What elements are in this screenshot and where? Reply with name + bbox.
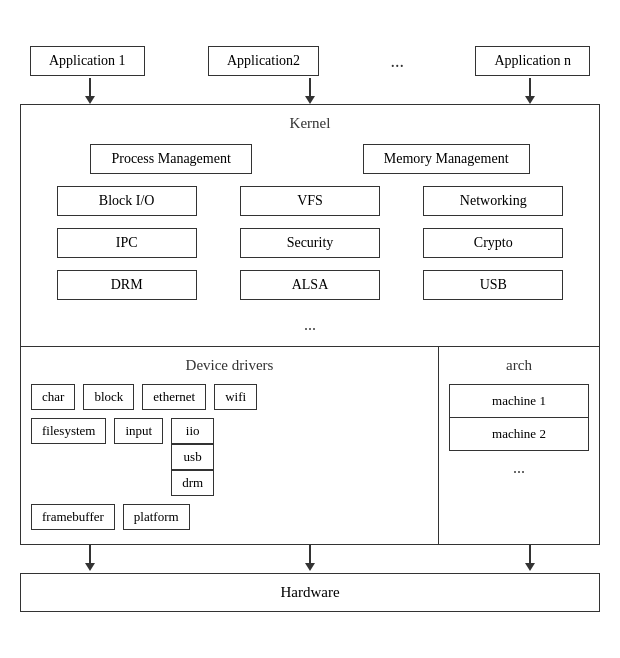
arrow-line-b2 (309, 545, 311, 563)
arrow-head-b2 (305, 563, 315, 571)
bottom-arrows (20, 545, 600, 571)
kernel-title: Kernel (35, 115, 585, 132)
app1-box: Application 1 (30, 46, 145, 76)
device-drivers-grid: char block ethernet wifi filesystem inpu… (31, 384, 428, 530)
middle-row: Device drivers char block ethernet wifi … (20, 347, 600, 545)
dd-row-2: filesystem input iio usb drm (31, 418, 428, 496)
arrow-appn (525, 78, 535, 104)
arch-stacked: machine 1 machine 2 (449, 384, 589, 451)
arrow-head-2 (305, 96, 315, 104)
device-drivers-title: Device drivers (31, 357, 428, 374)
usb-dd-box: usb (171, 444, 214, 470)
arrow-head-b3 (525, 563, 535, 571)
arrow-head-b1 (85, 563, 95, 571)
kernel-box: Kernel Process Management Memory Managem… (20, 104, 600, 347)
diagram: Application 1 Application2 ... Applicati… (10, 36, 610, 622)
appn-box: Application n (475, 46, 590, 76)
drm-dd-box: drm (171, 470, 214, 496)
arch-section: arch machine 1 machine 2 ... (439, 347, 599, 544)
arrow-line-3 (529, 78, 531, 96)
framebuffer-box: framebuffer (31, 504, 115, 530)
apps-dots: ... (383, 51, 413, 72)
machine2-box: machine 2 (450, 418, 588, 450)
kernel-grid: Process Management Memory Management Blo… (35, 144, 585, 336)
applications-row: Application 1 Application2 ... Applicati… (20, 46, 600, 76)
dd-stack: iio usb drm (171, 418, 214, 496)
usb-box: USB (423, 270, 563, 300)
wifi-box: wifi (214, 384, 257, 410)
arrow-head-1 (85, 96, 95, 104)
app2-box: Application2 (208, 46, 319, 76)
alsa-box: ALSA (240, 270, 380, 300)
arch-ellipsis: ... (449, 459, 589, 477)
arrow-line-b3 (529, 545, 531, 563)
dd-row-1: char block ethernet wifi (31, 384, 428, 410)
arrow-bottom-1 (85, 545, 95, 571)
arrow-line-1 (89, 78, 91, 96)
arrow-head-3 (525, 96, 535, 104)
filesystem-box: filesystem (31, 418, 106, 444)
ethernet-box: ethernet (142, 384, 206, 410)
dd-row-3: framebuffer platform (31, 504, 428, 530)
arrow-line-2 (309, 78, 311, 96)
networking-box: Networking (423, 186, 563, 216)
arrow-app2 (305, 78, 315, 104)
crypto-box: Crypto (423, 228, 563, 258)
input-box: input (114, 418, 163, 444)
kernel-row-1: Process Management Memory Management (35, 144, 585, 174)
iio-box: iio (171, 418, 214, 444)
kernel-row-4: DRM ALSA USB (35, 270, 585, 300)
security-box: Security (240, 228, 380, 258)
arrow-bottom-3 (525, 545, 535, 571)
top-arrows (20, 78, 600, 104)
drm-box: DRM (57, 270, 197, 300)
device-drivers-section: Device drivers char block ethernet wifi … (21, 347, 439, 544)
process-management-box: Process Management (90, 144, 251, 174)
kernel-ellipsis: ... (35, 316, 585, 334)
ipc-box: IPC (57, 228, 197, 258)
machine1-box: machine 1 (450, 385, 588, 418)
arrow-line-b1 (89, 545, 91, 563)
hardware-box: Hardware (20, 573, 600, 612)
arch-title: arch (449, 357, 589, 374)
platform-box: platform (123, 504, 190, 530)
kernel-row-2: Block I/O VFS Networking (35, 186, 585, 216)
arrow-app1 (85, 78, 95, 104)
arrow-bottom-2 (305, 545, 315, 571)
memory-management-box: Memory Management (363, 144, 530, 174)
vfs-box: VFS (240, 186, 380, 216)
block-io-box: Block I/O (57, 186, 197, 216)
char-box: char (31, 384, 75, 410)
kernel-row-3: IPC Security Crypto (35, 228, 585, 258)
block-box: block (83, 384, 134, 410)
